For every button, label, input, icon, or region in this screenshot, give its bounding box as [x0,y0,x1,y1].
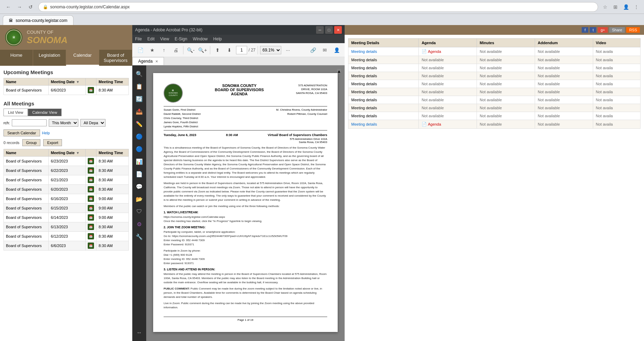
cell-addendum: Not available [535,47,593,56]
menu-window[interactable]: Window [193,37,208,41]
menu-file[interactable]: File [135,37,142,41]
pdf-right-button-13[interactable]: 🔧 [134,231,145,242]
help-link[interactable]: Help [42,131,50,135]
pdf-right-button-8[interactable]: 📄 [134,168,145,180]
back-button[interactable]: ← [3,2,13,12]
pdf-right-button-4[interactable]: ✏️ [134,118,145,129]
legistar-tab[interactable]: 🏛 sonoma-county.legistar.com [3,15,73,25]
acrobat-toolbar: 📄 ★ ↑ 🖨 🔍- 🔍+ ⬆ ⬇ / 27 69.1% ··· 🔗 ✉ 👤 [132,43,345,57]
profile-icon[interactable]: 👤 [622,3,630,11]
row-cal-icon[interactable]: 📅 [86,175,96,185]
row-cal-icon[interactable]: 📅 [86,204,96,213]
pdf-right-arrow-button[interactable]: ↔ [134,327,145,338]
row-cal-icon[interactable]: 📅 [86,166,96,175]
bookmark-icon[interactable]: ☆ [601,3,609,11]
row-date: 6/20/2023 [49,185,86,194]
reload-button[interactable]: ↺ [26,2,36,12]
pdf-right-button-5[interactable]: 🔵 [134,131,145,142]
pdf-right-button-9[interactable]: 💬 [134,181,145,192]
print-tool-button[interactable]: 🖨 [171,45,181,55]
pdf-right-button-6[interactable]: 🔵 [134,143,145,154]
next-page-button[interactable]: ⬇ [224,45,235,55]
pdf-right-button-10[interactable]: 📂 [134,193,145,205]
dept-filter-select[interactable]: All Depa [80,119,105,127]
row-cal-icon[interactable]: 📅 [86,194,96,204]
meeting-details-link[interactable]: Meeting details [351,122,377,126]
twitter-share-button[interactable]: t [590,27,596,33]
zoom-in-button[interactable]: 🔍+ [197,45,208,55]
agenda-link[interactable]: 📄Agenda [422,122,474,127]
row-time: 9:00 AM [96,194,129,204]
menu-view[interactable]: View [160,37,169,41]
share-button[interactable]: Share [609,27,625,33]
export-button[interactable]: Export [43,139,62,146]
acrobat-close-button[interactable]: ✕ [334,26,342,34]
upcoming-row-cal-icon[interactable]: 📅 [86,86,96,95]
prev-page-button[interactable]: ⬆ [212,45,223,55]
pdf-board-title: BOARD OF SUPERVISORS [183,88,296,92]
search-calendar-button[interactable]: Search Calendar [3,129,40,136]
forward-button[interactable]: → [15,2,24,12]
search-input[interactable] [12,119,47,126]
zoom-out-button[interactable]: 🔍- [186,45,196,55]
tab-calendar[interactable]: Calendar [66,50,99,66]
cell-minutes: Not available [477,112,535,120]
group-button[interactable]: Group [22,139,41,146]
tab-home[interactable]: Home [0,50,33,66]
zoom-tool-right-button[interactable]: 🔍 [134,68,145,79]
cell-addendum: Not available [535,72,593,80]
address-bar[interactable]: 🔒 sonoma-county.legistar.com/Calendar.as… [38,2,598,12]
acrobat-maximize-button[interactable]: □ [325,26,333,34]
facebook-share-button[interactable]: f [582,27,588,33]
legistar-header: 🏛 COUNTY OF SONOMA [0,25,132,50]
menu-esign[interactable]: E-Sign [175,37,187,41]
row-cal-icon[interactable]: 📅 [86,241,96,251]
link-tool-button[interactable]: 🔗 [308,45,318,55]
row-cal-icon[interactable]: 📅 [86,185,96,194]
menu-help[interactable]: Help [213,37,222,41]
tab-legislation[interactable]: Legislation [33,50,66,66]
acrobat-tab-close-icon[interactable]: ✕ [155,60,158,63]
more-tools-button[interactable]: ··· [283,45,293,55]
county-logo-inner: 🏛 [6,30,22,45]
upcoming-col-date[interactable]: Meeting Date ▼ [49,78,86,86]
share-tool-button[interactable]: ↑ [159,45,169,55]
cell-agenda: 📄Agenda [419,47,477,56]
cell-agenda: Not available [419,72,477,80]
zoom-select[interactable]: 69.1% [260,46,281,54]
cell-agenda: Not available [419,112,477,120]
tab-board-of-supervisors[interactable]: Board of Supervisors [99,50,132,66]
pdf-right-button-1[interactable]: 📋 [134,81,145,92]
googleplus-share-button[interactable]: g+ [598,27,608,33]
pdf-right-button-12[interactable]: ⚙ [134,219,145,230]
row-cal-icon[interactable]: 📅 [86,213,96,222]
calendar-view-button[interactable]: Calendar View [28,109,62,116]
row-cal-icon[interactable]: 📅 [86,222,96,232]
pdf-scroll-up-button[interactable]: ▲ [337,69,341,72]
email-tool-button[interactable]: ✉ [320,45,330,55]
pdf-right-button-3[interactable]: 📤 [134,106,145,117]
pdf-right-button-2[interactable]: 🔄 [134,93,145,104]
bookmark-tool-button[interactable]: ★ [147,45,157,55]
menu-icon[interactable]: ⋮ [632,3,641,11]
acrobat-minimize-button[interactable]: ─ [316,26,324,34]
row-cal-icon[interactable]: 📅 [86,157,96,166]
row-cal-icon[interactable]: 📅 [86,232,96,241]
page-number-input[interactable] [236,46,247,54]
pdf-scroll-top: ▲ [150,69,341,72]
meeting-details-link[interactable]: Meeting details [351,49,377,54]
rss-button[interactable]: RSS [626,27,640,33]
menu-edit[interactable]: Edit [147,37,155,41]
agenda-link[interactable]: 📄Agenda [422,49,474,54]
extension-icon[interactable]: ⊞ [611,3,620,11]
month-filter-select[interactable]: This Month [49,119,78,127]
acrobat-document-tab[interactable]: Agenda ✕ [132,57,164,65]
pdf-right-button-7[interactable]: 📊 [134,156,145,167]
col-date[interactable]: Meeting Date ▼ [49,149,86,157]
profile-tool-button[interactable]: 👤 [331,45,342,55]
save-tool-button[interactable]: 📄 [135,45,146,55]
list-view-button[interactable]: List View [3,109,28,116]
pdf-address: 575 ADMINISTRATION DRIVE, ROOM 102A SANT… [296,84,327,95]
pdf-supervisor-right: M. Christina Rivera, County Administrato… [276,108,327,129]
pdf-right-button-11[interactable]: 🛡 [134,206,145,217]
